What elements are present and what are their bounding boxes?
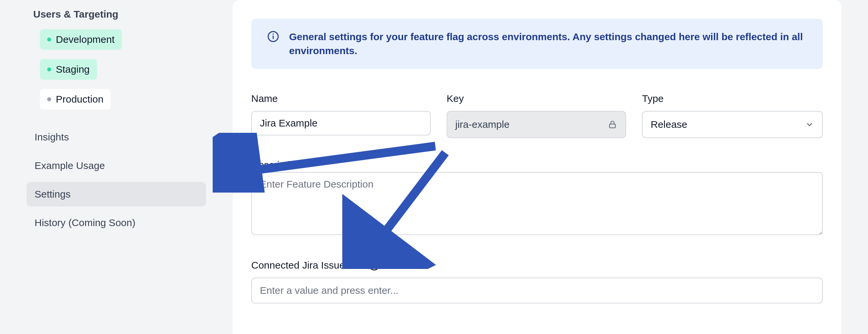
nav-example-usage[interactable]: Example Usage — [27, 154, 206, 178]
info-icon[interactable] — [369, 260, 380, 271]
key-label: Key — [446, 92, 626, 106]
key-value: jira-example — [455, 118, 509, 131]
env-label: Staging — [56, 62, 90, 76]
info-banner: General settings for your feature flag a… — [251, 19, 823, 69]
type-label: Type — [642, 92, 823, 106]
chevron-down-icon — [805, 120, 814, 129]
env-label: Production — [56, 92, 103, 106]
env-pill-development[interactable]: Development — [40, 29, 122, 50]
svg-point-6 — [374, 262, 374, 263]
nav-history[interactable]: History (Coming Soon) — [27, 210, 206, 235]
name-input[interactable] — [251, 111, 431, 135]
info-banner-text: General settings for your feature flag a… — [289, 30, 807, 58]
svg-point-2 — [273, 34, 274, 35]
settings-card: General settings for your feature flag a… — [232, 0, 841, 334]
env-pill-production[interactable]: Production — [40, 89, 111, 109]
nav-settings[interactable]: Settings — [27, 182, 206, 206]
info-icon — [267, 31, 279, 42]
status-dot-icon — [47, 37, 51, 41]
jira-issue-input[interactable] — [251, 277, 823, 303]
env-label: Development — [56, 33, 115, 46]
status-dot-icon — [47, 67, 51, 71]
key-readonly: jira-example — [446, 111, 626, 138]
main-panel: General settings for your feature flag a… — [232, 0, 868, 334]
nav-insights[interactable]: Insights — [27, 125, 206, 149]
env-pill-staging[interactable]: Staging — [40, 59, 97, 80]
description-textarea[interactable] — [251, 172, 823, 235]
type-value: Release — [651, 118, 687, 131]
type-select[interactable]: Release — [642, 111, 823, 138]
sidebar: Users & Targeting Development Staging Pr… — [0, 0, 232, 334]
jira-label: Connected Jira Issue IDs — [251, 258, 363, 272]
svg-rect-3 — [610, 124, 615, 128]
lock-icon — [608, 120, 617, 130]
description-label: Description — [251, 159, 301, 170]
sidebar-heading: Users & Targeting — [27, 3, 206, 29]
environment-list: Development Staging Production — [27, 29, 206, 119]
status-dot-icon — [47, 97, 51, 101]
name-label: Name — [251, 92, 431, 106]
